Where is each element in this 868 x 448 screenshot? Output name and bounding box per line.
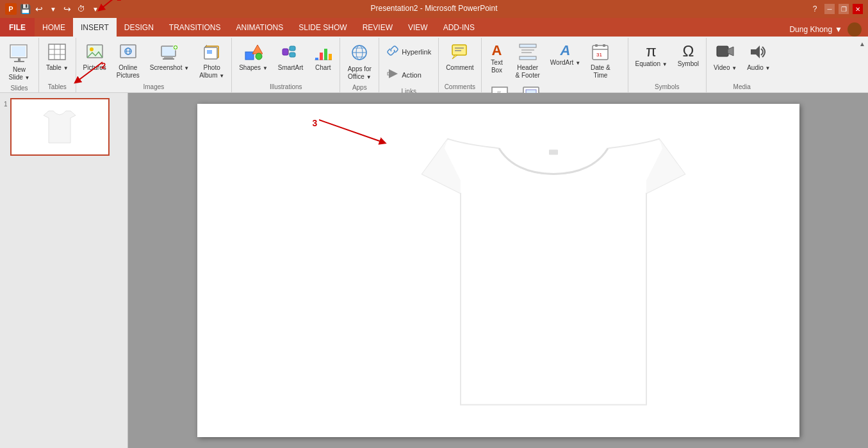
chart-label: Chart xyxy=(315,64,331,72)
header-footer-label: Header& Footer xyxy=(516,64,540,79)
wordart-icon: A xyxy=(561,44,571,58)
svg-rect-27 xyxy=(245,52,254,60)
tables-group-label: Tables xyxy=(42,82,73,92)
title-bar-controls: ? ─ ❐ ✕ xyxy=(809,3,863,15)
ribbon-group-comments: Comment Comments xyxy=(439,38,481,92)
new-slide-button[interactable]: NewSlide ▼ xyxy=(3,40,36,83)
hyperlink-label: Hyperlink xyxy=(402,48,431,56)
new-slide-icon xyxy=(9,44,29,65)
apps-for-office-button[interactable]: Apps forOffice ▼ xyxy=(343,40,376,83)
svg-rect-52 xyxy=(520,56,536,60)
action-button[interactable]: Action xyxy=(382,63,427,87)
slide-panel: 1 xyxy=(0,93,128,448)
qat-timer[interactable]: ⏱ xyxy=(76,3,87,15)
qat-redo[interactable]: ↪ xyxy=(61,3,73,15)
user-avatar xyxy=(848,22,862,37)
equation-button[interactable]: π Equation ▼ xyxy=(631,40,672,70)
svg-point-29 xyxy=(256,53,262,60)
shapes-button[interactable]: Shapes ▼ xyxy=(234,40,272,74)
svg-rect-5 xyxy=(14,61,24,62)
tshirt-image xyxy=(416,123,691,431)
svg-rect-19 xyxy=(163,58,174,60)
qat-save[interactable]: 💾 xyxy=(19,3,31,15)
svg-rect-18 xyxy=(164,56,173,58)
wordart-label: WordArt ▼ xyxy=(550,59,580,67)
tab-review[interactable]: REVIEW xyxy=(355,18,400,37)
ribbon-group-symbols: π Equation ▼ Ω Symbol Symbols xyxy=(628,38,707,92)
close-button[interactable]: ✕ xyxy=(853,4,863,14)
tab-design[interactable]: DESIGN xyxy=(117,18,161,37)
ribbon-group-slides: NewSlide ▼ Slides xyxy=(0,38,39,92)
tab-view[interactable]: VIEW xyxy=(400,18,436,37)
comment-button[interactable]: Comment xyxy=(441,40,478,74)
smartart-icon xyxy=(282,44,300,63)
slide-thumbnail[interactable] xyxy=(10,98,110,156)
annotation-1-label: 1 xyxy=(117,0,121,3)
help-button[interactable]: ? xyxy=(809,3,821,15)
apps-office-label: Apps forOffice ▼ xyxy=(348,65,372,81)
ribbon-group-links: Hyperlink Action Links xyxy=(379,38,439,92)
main-area: 1 3 xyxy=(0,93,868,448)
ribbon-group-illustrations: Shapes ▼ SmartArt Chart Illustrations xyxy=(232,38,340,92)
svg-rect-47 xyxy=(452,45,466,55)
date-time-label: Date &Time xyxy=(591,64,610,79)
photo-album-button[interactable]: PhotoAlbum ▼ xyxy=(195,40,229,81)
photo-album-label: PhotoAlbum ▼ xyxy=(199,64,224,79)
comment-label: Comment xyxy=(446,64,473,72)
ribbon-group-media: Video ▼ Audio ▼ Media xyxy=(707,38,777,92)
tab-transitions[interactable]: TRANSITIONS xyxy=(161,18,229,37)
date-time-icon: 31 xyxy=(591,44,609,63)
slide-thumb-tshirt xyxy=(44,108,76,146)
apps-group-label: Apps xyxy=(343,83,376,93)
svg-line-67 xyxy=(319,120,383,142)
online-pictures-icon xyxy=(119,44,137,63)
annotation-3-arrow xyxy=(319,117,396,149)
header-footer-button[interactable]: Header& Footer xyxy=(511,40,545,81)
table-button[interactable]: Table ▼ xyxy=(42,40,73,74)
screenshot-label: Screenshot ▼ xyxy=(150,64,189,72)
svg-rect-38 xyxy=(329,54,332,60)
header-footer-icon xyxy=(519,44,537,63)
svg-rect-31 xyxy=(290,46,295,51)
media-group-label: Media xyxy=(709,82,774,92)
minimize-button[interactable]: ─ xyxy=(824,4,835,14)
equation-icon: π xyxy=(646,44,657,59)
restore-button[interactable]: ❐ xyxy=(839,4,849,14)
textbox-label: TextBox xyxy=(491,59,502,74)
user-name: Dung Khong ▼ xyxy=(783,22,868,37)
audio-button[interactable]: Audio ▼ xyxy=(742,40,774,74)
qat-undo-arrow[interactable]: ▼ xyxy=(47,3,59,15)
title-bar-left: P 💾 ↩ ▼ ↪ ⏱ ▼ 1 xyxy=(5,3,104,15)
hyperlink-button[interactable]: Hyperlink xyxy=(382,40,436,63)
tab-animations[interactable]: ANIMATIONS xyxy=(228,18,291,37)
qat-undo[interactable]: ↩ xyxy=(33,3,45,15)
new-slide-label: NewSlide ▼ xyxy=(9,66,30,81)
symbol-icon: Ω xyxy=(682,44,694,59)
online-pictures-button[interactable]: OnlinePictures xyxy=(112,40,144,81)
svg-rect-37 xyxy=(324,49,327,60)
tab-insert[interactable]: INSERT xyxy=(73,18,117,37)
ribbon-collapse-button[interactable]: ▲ xyxy=(856,38,868,50)
tab-home[interactable]: HOME xyxy=(35,18,73,37)
wordart-button[interactable]: A WordArt ▼ xyxy=(546,40,585,69)
svg-rect-6 xyxy=(49,44,65,60)
chart-button[interactable]: Chart xyxy=(309,40,337,74)
tab-slideshow[interactable]: SLIDE SHOW xyxy=(291,18,354,37)
textbox-button[interactable]: A TextBox xyxy=(484,40,510,76)
tab-addins[interactable]: ADD-INS xyxy=(436,18,482,37)
annotation-2-label: 2 xyxy=(101,61,106,71)
svg-marker-66 xyxy=(751,46,760,58)
table-icon xyxy=(48,44,66,63)
smartart-button[interactable]: SmartArt xyxy=(274,40,307,74)
screenshot-button[interactable]: Screenshot ▼ xyxy=(145,40,193,74)
video-button[interactable]: Video ▼ xyxy=(709,40,741,74)
svg-rect-36 xyxy=(320,53,323,60)
date-time-button[interactable]: 31 Date &Time xyxy=(586,40,615,81)
tab-file[interactable]: FILE xyxy=(0,18,35,37)
symbol-button[interactable]: Ω Symbol xyxy=(673,40,703,70)
images-group-label: Images xyxy=(79,82,229,92)
slide-canvas[interactable]: 3 xyxy=(197,104,799,437)
title-bar-title: Presentation2 - Microsoft PowerPoint xyxy=(370,4,497,13)
annotation-3-label: 3 xyxy=(313,118,318,128)
video-label: Video ▼ xyxy=(714,64,737,72)
